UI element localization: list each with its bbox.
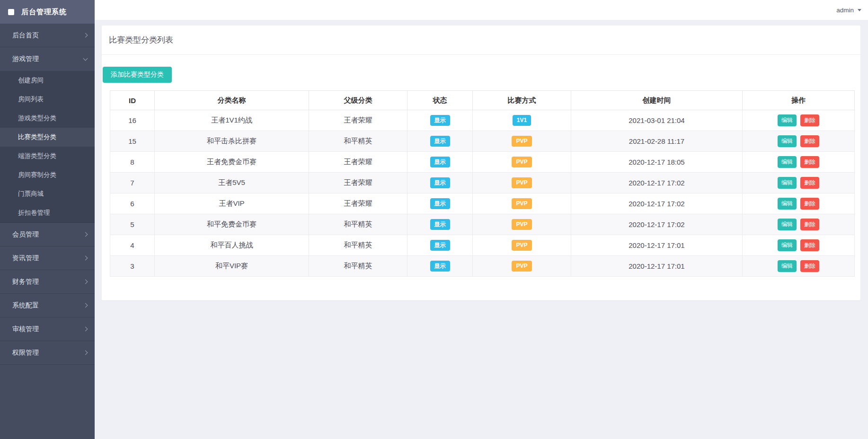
sidebar-subitem-game-type-category[interactable]: 游戏类型分类 xyxy=(0,109,95,128)
main-area: admin 比赛类型分类列表 添加比赛类型分类 xyxy=(95,0,868,439)
mode-cell: PVP xyxy=(473,173,571,193)
delete-button[interactable]: 删除 xyxy=(800,114,819,126)
table-row: 15 和平击杀比拼赛 和平精英 显示 PVP 2021-02-28 11:17 … xyxy=(110,131,855,152)
page-title: 比赛类型分类列表 xyxy=(102,26,860,55)
status-badge: 显示 xyxy=(430,157,450,167)
id-cell: 16 xyxy=(110,110,155,131)
sidebar-item-label: 审核管理 xyxy=(12,325,39,334)
chevron-right-icon xyxy=(83,280,88,284)
status-badge: 显示 xyxy=(430,219,450,229)
sidebar-item-label: 游戏管理 xyxy=(12,55,39,63)
delete-button[interactable]: 删除 xyxy=(800,260,819,272)
sidebar-subitem-room-list[interactable]: 房间列表 xyxy=(0,90,95,109)
delete-button[interactable]: 删除 xyxy=(800,156,819,168)
column-header-status: 状态 xyxy=(407,91,473,110)
created-cell: 2020-12-17 17:02 xyxy=(571,193,743,214)
edit-button[interactable]: 编辑 xyxy=(778,198,797,210)
chevron-right-icon xyxy=(83,232,88,237)
mode-badge: PVP xyxy=(512,157,531,167)
mode-badge: PVP xyxy=(512,177,531,188)
id-cell: 5 xyxy=(110,214,155,235)
chevron-right-icon xyxy=(83,33,88,38)
sidebar-item-member-management[interactable]: 会员管理 xyxy=(0,223,95,246)
delete-button[interactable]: 删除 xyxy=(800,198,819,210)
mode-badge: 1V1 xyxy=(513,115,531,125)
mode-badge: PVP xyxy=(512,219,531,229)
sidebar-nav: 后台首页 游戏管理 创建房间 房间列表 游戏类型分类 比赛类型分类 端游类型分类… xyxy=(0,24,95,365)
mode-badge: PVP xyxy=(512,198,531,209)
status-cell: 显示 xyxy=(407,214,473,235)
status-badge: 显示 xyxy=(430,198,450,209)
status-cell: 显示 xyxy=(407,110,473,131)
actions-cell: 编辑 删除 xyxy=(743,110,855,131)
parent-cell: 和平精英 xyxy=(309,235,407,256)
delete-button[interactable]: 删除 xyxy=(800,177,819,189)
edit-button[interactable]: 编辑 xyxy=(778,239,797,251)
chevron-right-icon xyxy=(83,327,88,332)
app-brand: 后台管理系统 xyxy=(0,0,95,24)
user-menu[interactable]: admin xyxy=(836,7,861,14)
delete-button[interactable]: 删除 xyxy=(800,239,819,251)
topbar: admin xyxy=(95,0,868,20)
name-cell: 和平VIP赛 xyxy=(155,256,309,277)
id-cell: 7 xyxy=(110,173,155,193)
name-cell: 王者1V1约战 xyxy=(155,110,309,131)
column-header-created: 创建时间 xyxy=(571,91,743,110)
sidebar-subitem-room-format-category[interactable]: 房间赛制分类 xyxy=(0,166,95,184)
mode-cell: PVP xyxy=(473,256,571,277)
sidebar-subitem-create-room[interactable]: 创建房间 xyxy=(0,71,95,90)
table-header-row: ID 分类名称 父级分类 状态 比赛方式 创建时间 操作 xyxy=(110,91,855,110)
actions-cell: 编辑 删除 xyxy=(743,131,855,152)
status-cell: 显示 xyxy=(407,131,473,152)
actions-cell: 编辑 删除 xyxy=(743,235,855,256)
table-row: 7 王者5V5 王者荣耀 显示 PVP 2020-12-17 17:02 编辑 … xyxy=(110,173,855,193)
edit-button[interactable]: 编辑 xyxy=(778,114,797,126)
sidebar-item-label: 后台首页 xyxy=(12,31,39,40)
match-type-category-card: 比赛类型分类列表 添加比赛类型分类 ID 分类名称 xyxy=(102,26,860,300)
app-title: 后台管理系统 xyxy=(21,8,67,17)
sidebar-subitem-match-type-category[interactable]: 比赛类型分类 xyxy=(0,128,95,147)
edit-button[interactable]: 编辑 xyxy=(778,135,797,147)
actions-cell: 编辑 删除 xyxy=(743,256,855,277)
column-header-parent: 父级分类 xyxy=(309,91,407,110)
sidebar-item-permission-management[interactable]: 权限管理 xyxy=(0,341,95,365)
created-cell: 2020-12-17 17:01 xyxy=(571,235,743,256)
category-table-wrap: ID 分类名称 父级分类 状态 比赛方式 创建时间 操作 16 xyxy=(110,90,855,277)
sidebar-item-label: 资讯管理 xyxy=(12,254,39,263)
mode-badge: PVP xyxy=(512,240,531,250)
status-cell: 显示 xyxy=(407,256,473,277)
sidebar-item-info-management[interactable]: 资讯管理 xyxy=(0,246,95,270)
edit-button[interactable]: 编辑 xyxy=(778,156,797,168)
sidebar-subitem-ticket-mall[interactable]: 门票商城 xyxy=(0,184,95,203)
mode-cell: PVP xyxy=(473,214,571,235)
sidebar-item-label: 权限管理 xyxy=(12,349,39,357)
parent-cell: 王者荣耀 xyxy=(309,193,407,214)
sidebar-item-label: 财务管理 xyxy=(12,278,39,286)
sidebar-item-home[interactable]: 后台首页 xyxy=(0,24,95,47)
caret-down-icon xyxy=(858,9,861,11)
sidebar-item-finance-management[interactable]: 财务管理 xyxy=(0,270,95,294)
category-table: ID 分类名称 父级分类 状态 比赛方式 创建时间 操作 16 xyxy=(110,90,855,277)
sidebar-subitem-pc-game-type-category[interactable]: 端游类型分类 xyxy=(0,147,95,166)
edit-button[interactable]: 编辑 xyxy=(778,219,797,230)
name-cell: 王者VIP xyxy=(155,193,309,214)
delete-button[interactable]: 删除 xyxy=(800,135,819,147)
table-row: 4 和平百人挑战 和平精英 显示 PVP 2020-12-17 17:01 编辑… xyxy=(110,235,855,256)
delete-button[interactable]: 删除 xyxy=(800,219,819,230)
parent-cell: 王者荣耀 xyxy=(309,110,407,131)
id-cell: 6 xyxy=(110,193,155,214)
sidebar-item-audit-management[interactable]: 审核管理 xyxy=(0,317,95,341)
name-cell: 和平击杀比拼赛 xyxy=(155,131,309,152)
sidebar-item-system-config[interactable]: 系统配置 xyxy=(0,294,95,317)
parent-cell: 和平精英 xyxy=(309,214,407,235)
sidebar-item-game-management[interactable]: 游戏管理 xyxy=(0,47,95,71)
edit-button[interactable]: 编辑 xyxy=(778,177,797,189)
edit-button[interactable]: 编辑 xyxy=(778,260,797,272)
name-cell: 和平免费金币赛 xyxy=(155,214,309,235)
status-cell: 显示 xyxy=(407,193,473,214)
table-row: 16 王者1V1约战 王者荣耀 显示 1V1 2021-03-01 21:04 … xyxy=(110,110,855,131)
add-category-button[interactable]: 添加比赛类型分类 xyxy=(103,67,172,83)
sidebar-subitem-discount-coupon[interactable]: 折扣卷管理 xyxy=(0,203,95,222)
column-header-id: ID xyxy=(110,91,155,110)
sidebar-item-label: 会员管理 xyxy=(12,230,39,239)
